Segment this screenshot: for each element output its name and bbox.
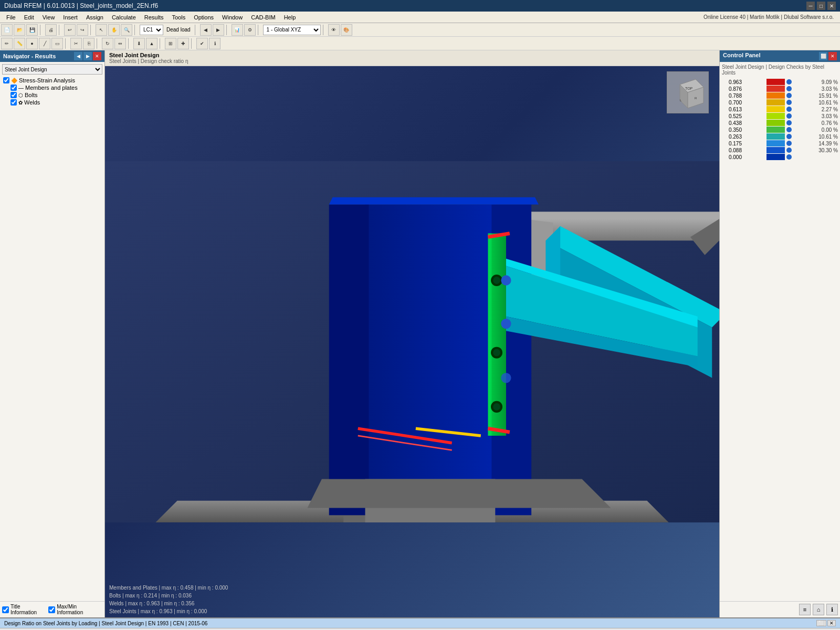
viewport-header: Steel Joint Design Steel Joints | Design… — [105, 50, 719, 66]
select-button[interactable]: ↖ — [96, 24, 107, 36]
nav-item-members[interactable]: — Members and plates — [2, 84, 102, 91]
maximize-button[interactable]: □ — [817, 2, 825, 10]
viewport-panel: Steel Joint Design Steel Joints | Design… — [105, 50, 719, 617]
legend-row-10: 0.088 30.30 % — [722, 147, 838, 153]
measure-button[interactable]: 📏 — [14, 38, 25, 49]
cube-svg: TOP L R — [669, 74, 706, 111]
render-button[interactable]: 🎨 — [341, 24, 352, 36]
nav-footer-title-info[interactable]: Title Information — [2, 604, 46, 615]
minimize-button[interactable]: ─ — [806, 2, 815, 10]
nav-checkbox-members[interactable] — [10, 85, 17, 91]
legend-val-3: 0.700 — [722, 100, 742, 106]
load-button[interactable]: ⬇ — [133, 38, 145, 49]
menu-tools[interactable]: Tools — [167, 13, 190, 22]
cross-button[interactable]: ✚ — [177, 38, 189, 49]
legend-row-5: 0.525 3.03 % — [722, 113, 838, 119]
section-button[interactable]: ⊞ — [165, 38, 176, 49]
nav-footer-maxmin[interactable]: Max/Min Information — [48, 604, 102, 615]
cp-subtitle: Steel Joint Design | Design Checks by St… — [722, 64, 838, 76]
node-button[interactable]: ● — [26, 38, 38, 49]
menu-file[interactable]: File — [2, 13, 20, 22]
info-line-1: Members and Plates | max η : 0.458 | min… — [109, 584, 228, 592]
copy-button[interactable]: ⎘ — [83, 38, 94, 49]
nav-item-bolts[interactable]: ⬡ Bolts — [2, 91, 102, 99]
menu-window[interactable]: Window — [218, 13, 247, 22]
print-button[interactable]: 🖨 — [45, 24, 57, 36]
surface-button[interactable]: ▭ — [51, 38, 63, 49]
toolbar-2: ✏ 📏 ● ╱ ▭ ✂ ⎘ ↻ ⇔ ⬇ ▲ ⊞ ✚ ✔ ℹ — [0, 37, 840, 50]
nav-close-button[interactable]: ✕ — [93, 52, 101, 60]
cube-navigator[interactable]: TOP L R — [667, 71, 709, 113]
next-result-button[interactable]: ▶ — [213, 24, 224, 36]
nav-next-button[interactable]: ▶ — [83, 52, 92, 60]
rotate-button[interactable]: ↻ — [102, 38, 113, 49]
nav-footer-title-checkbox[interactable] — [2, 606, 9, 613]
cp-float-button[interactable]: ⬜ — [819, 52, 827, 60]
menu-edit[interactable]: Edit — [20, 13, 38, 22]
check-button[interactable]: ✔ — [196, 38, 208, 49]
pan-button[interactable]: ✋ — [108, 24, 120, 36]
legend-row-6: 0.438 0.76 % — [722, 120, 838, 126]
navigator-combo[interactable]: Steel Joint Design — [2, 64, 102, 75]
redo-button[interactable]: ↪ — [77, 24, 88, 36]
menu-insert[interactable]: Insert — [59, 13, 82, 22]
coord-system-combo[interactable]: 1 - Global XYZ — [263, 25, 321, 35]
results-float-button[interactable]: ⬜ — [816, 620, 826, 626]
sep4 — [134, 25, 138, 35]
sep5 — [195, 25, 198, 35]
info-button[interactable]: ℹ — [209, 38, 220, 49]
menu-help[interactable]: Help — [280, 13, 300, 22]
cp-table-button[interactable]: ≡ — [799, 604, 811, 615]
menu-results[interactable]: Results — [140, 13, 168, 22]
nav-item-stress-strain[interactable]: 🔶 Stress-Strain Analysis — [2, 77, 102, 84]
results-close-button[interactable]: ✕ — [827, 620, 836, 626]
legend-dot-2 — [786, 93, 792, 98]
legend-pct-5: 3.03 % — [816, 113, 838, 119]
results-button[interactable]: 📊 — [232, 24, 243, 36]
legend-bar-4 — [766, 106, 792, 112]
window-controls[interactable]: ─ □ ✕ — [806, 2, 836, 10]
view-button[interactable]: 👁 — [328, 24, 340, 36]
cp-chart-button[interactable]: ⌂ — [813, 604, 824, 615]
bolts-icon: ⬡ — [18, 92, 23, 98]
results-header: Design Ratio on Steel Joints by Loading … — [0, 618, 840, 628]
cp-close-button[interactable]: ✕ — [828, 52, 837, 60]
menu-calculate[interactable]: Calculate — [108, 13, 140, 22]
nav-checkbox-bolts[interactable] — [10, 92, 17, 98]
load-case-combo[interactable]: LC1 — [140, 25, 163, 35]
undo-button[interactable]: ↩ — [64, 24, 76, 36]
new-button[interactable]: 📄 — [1, 24, 13, 36]
viewport-info: Members and Plates | max η : 0.458 | min… — [109, 584, 228, 615]
cp-title: Control Panel — [723, 52, 761, 60]
menu-cadbim[interactable]: CAD-BIM — [247, 13, 279, 22]
nav-prev-button[interactable]: ◀ — [74, 52, 82, 60]
nav-footer-maxmin-checkbox[interactable] — [48, 606, 55, 613]
menu-view[interactable]: View — [38, 13, 59, 22]
sep10 — [97, 38, 100, 49]
legend-bar-1 — [766, 86, 792, 92]
menu-assign[interactable]: Assign — [82, 13, 108, 22]
nav-item-label-stress: Stress-Strain Analysis — [19, 77, 75, 83]
open-button[interactable]: 📂 — [14, 24, 25, 36]
sep13 — [191, 38, 194, 49]
nav-checkbox-stress[interactable] — [3, 77, 9, 83]
line-button[interactable]: ╱ — [39, 38, 50, 49]
legend-bar-10 — [766, 147, 792, 153]
save-button[interactable]: 💾 — [26, 24, 38, 36]
menu-bar: File Edit View Insert Assign Calculate R… — [0, 12, 840, 23]
legend-color-2 — [766, 92, 785, 99]
cp-info-button[interactable]: ℹ — [826, 604, 838, 615]
nav-checkbox-welds[interactable] — [10, 99, 17, 106]
legend-pct-3: 10.61 % — [816, 100, 838, 106]
close-button[interactable]: ✕ — [827, 2, 836, 10]
mirror-button[interactable]: ⇔ — [114, 38, 126, 49]
menu-options[interactable]: Options — [190, 13, 218, 22]
support-button[interactable]: ▲ — [146, 38, 158, 49]
viewport-3d[interactable]: TOP L R Members and Plates | max η : 0.4… — [105, 66, 719, 617]
zoom-button[interactable]: 🔍 — [121, 24, 132, 36]
settings-button[interactable]: ⚙ — [244, 24, 256, 36]
nav-item-welds[interactable]: ✿ Welds — [2, 99, 102, 106]
prev-result-button[interactable]: ◀ — [200, 24, 212, 36]
cut-button[interactable]: ✂ — [70, 38, 82, 49]
draw-button[interactable]: ✏ — [1, 38, 13, 49]
